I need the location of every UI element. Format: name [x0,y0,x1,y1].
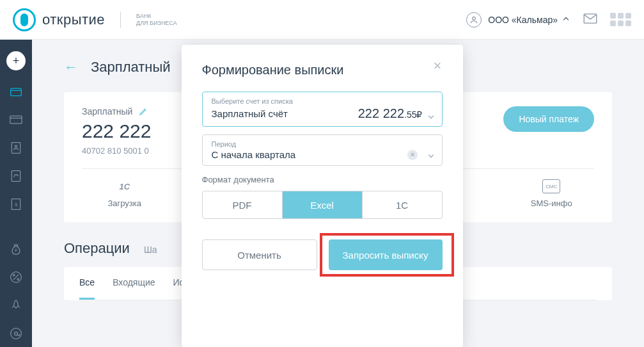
format-pdf[interactable]: PDF [203,191,283,218]
create-button[interactable]: + [6,51,26,70]
clear-icon[interactable]: ✕ [407,150,418,160]
document-refresh-icon[interactable] [9,169,23,183]
chevron-up-icon [563,17,569,22]
apps-icon[interactable] [610,13,631,26]
statement-modal: × Формирование выписки Выберите счет из … [182,45,463,347]
tab-all[interactable]: Все [79,267,95,300]
document-person-icon[interactable] [9,141,23,155]
cards-icon[interactable] [9,113,23,127]
selected-account-name: Зарплатный счёт [212,108,288,119]
company-name: ООО «Кальмар» [488,15,558,25]
currency-document-icon[interactable]: $ [9,197,23,211]
modal-title: Формирование выписки [202,63,443,77]
divider [120,12,121,28]
account-name: Зарплатный [82,106,132,117]
svg-text:₽: ₽ [15,248,17,252]
selected-account-amount: 222 222.55₽ [358,106,423,121]
svg-point-14 [15,332,18,335]
operations-templates[interactable]: Ша [144,245,157,255]
logo-mark-icon [13,8,36,31]
request-statement-button[interactable]: Запросить выписку [329,239,443,270]
company-selector[interactable]: ООО «Кальмар» [466,12,568,28]
back-arrow-icon[interactable]: ← [64,59,78,76]
period-select-field[interactable]: Период С начала квартала ✕ [202,134,443,166]
svg-rect-3 [10,116,22,124]
account-number: 40702 810 5001 0 [82,146,151,156]
svg-point-13 [11,328,22,339]
percent-icon[interactable] [9,270,23,284]
moneybag-icon[interactable]: ₽ [9,242,23,256]
format-segmented-control: PDF Excel 1C [202,191,443,219]
svg-rect-4 [12,143,20,154]
cancel-button[interactable]: Отменить [202,239,317,270]
tab-incoming[interactable]: Входящие [113,267,155,300]
app-header: открытие БАНК ДЛЯ БИЗНЕСА ООО «Кальмар» [0,0,644,40]
action-sms[interactable]: СМС SMS-инфо [509,179,595,208]
svg-rect-6 [12,171,20,182]
svg-rect-2 [11,88,22,96]
wallet-icon[interactable] [9,85,23,99]
brand-logo[interactable]: открытие БАНК ДЛЯ БИЗНЕСА [13,8,177,31]
onec-icon: 1C [119,179,130,193]
chevron-down-icon [428,113,433,118]
close-icon[interactable]: × [434,59,449,74]
sms-icon: СМС [542,179,560,193]
svg-point-12 [17,278,19,280]
format-excel[interactable]: Excel [283,191,363,218]
format-1c[interactable]: 1C [363,191,442,218]
operations-title: Операции [64,240,130,257]
svg-text:$: $ [15,202,17,207]
user-icon [466,12,482,28]
edit-icon[interactable] [139,107,148,116]
rocket-icon[interactable] [9,298,23,312]
svg-point-5 [15,145,17,147]
page-title: Зарплатный [91,59,171,76]
chevron-down-icon [428,152,433,157]
brand-name: открытие [42,12,105,28]
account-select-field[interactable]: Выберите счет из списка Зарплатный счёт … [202,92,443,127]
format-label: Формат документа [202,175,443,184]
new-payment-button[interactable]: Новый платеж [503,106,594,132]
brand-subtitle: БАНК ДЛЯ БИЗНЕСА [136,13,177,27]
svg-point-11 [13,274,15,276]
sidebar-nav: + $ ₽ [0,40,32,347]
at-icon[interactable] [9,327,23,341]
action-upload[interactable]: 1C Загрузка [82,179,168,208]
svg-rect-1 [584,14,597,23]
mail-icon[interactable] [583,13,597,26]
account-balance: 222 222 [82,120,151,142]
svg-point-0 [473,17,476,20]
selected-period: С начала квартала [212,149,296,160]
